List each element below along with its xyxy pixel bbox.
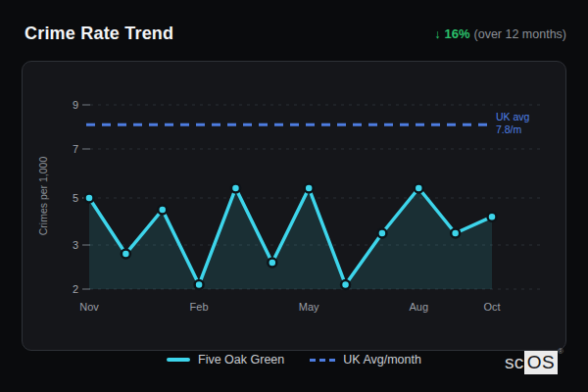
logo-box: OS	[524, 351, 558, 374]
data-point[interactable]	[231, 184, 240, 193]
dashed-line-swatch-icon	[310, 359, 335, 362]
data-point[interactable]	[377, 229, 386, 238]
x-tick-label: Nov	[79, 301, 99, 313]
data-point[interactable]	[415, 184, 423, 193]
data-point[interactable]	[488, 213, 497, 221]
y-tick-label: 3	[73, 239, 78, 251]
chart-legend: Five Oak Green UK Avg/month	[0, 349, 588, 370]
y-tick-label: 7	[73, 143, 78, 155]
crime-rate-chart: 97532Crimes per 1,000NovFebMayAugOctUK a…	[0, 0, 588, 392]
legend-item-uk-avg[interactable]: UK Avg/month	[310, 353, 421, 367]
data-point[interactable]	[195, 280, 204, 289]
legend-label: UK Avg/month	[343, 353, 421, 367]
data-point[interactable]	[341, 280, 350, 289]
data-point[interactable]	[451, 229, 460, 238]
x-tick-label: Feb	[190, 301, 209, 313]
legend-item-five-oak-green[interactable]: Five Oak Green	[167, 353, 284, 367]
y-tick-label: 5	[73, 192, 78, 204]
data-point[interactable]	[268, 259, 276, 268]
x-tick-label: Aug	[409, 301, 428, 313]
x-tick-label: Oct	[483, 301, 500, 313]
legend-label: Five Oak Green	[198, 353, 284, 367]
uk-avg-label-line2: 7.8/m	[496, 123, 522, 135]
scos-logo: sc OS ®	[505, 349, 564, 376]
logo-prefix: sc	[505, 352, 524, 373]
uk-avg-label-line1: UK avg	[496, 111, 530, 122]
solid-line-swatch-icon	[167, 358, 190, 362]
y-tick-label: 2	[73, 283, 78, 295]
y-tick-label: 9	[73, 99, 78, 111]
x-tick-label: May	[299, 301, 319, 313]
data-point[interactable]	[85, 194, 94, 203]
data-point[interactable]	[158, 206, 167, 215]
registered-trademark-icon: ®	[558, 347, 564, 356]
y-axis-label: Crimes per 1,000	[37, 157, 49, 236]
data-point[interactable]	[305, 184, 314, 193]
data-point[interactable]	[122, 250, 130, 259]
